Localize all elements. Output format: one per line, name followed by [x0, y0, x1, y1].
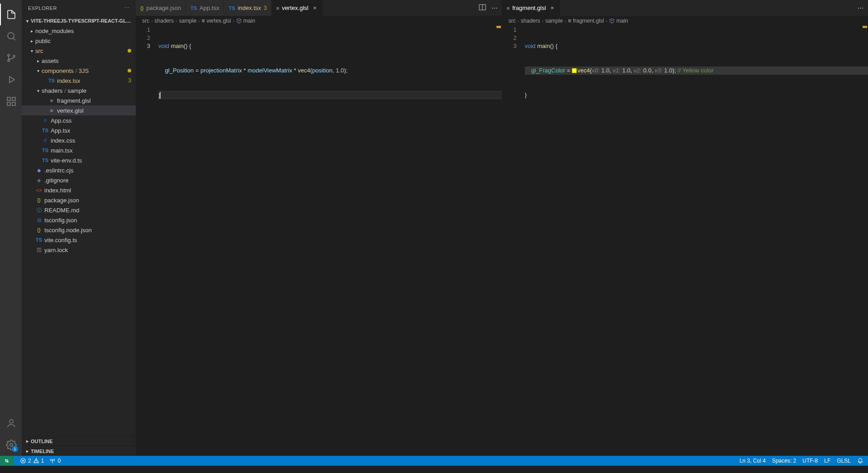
play-bug-icon	[6, 74, 17, 85]
activity-account[interactable]	[0, 412, 22, 434]
activity-search[interactable]	[0, 25, 22, 47]
more-actions-icon[interactable]: ⋯	[858, 5, 863, 11]
chevron-right-icon: ▸	[34, 58, 42, 63]
svg-point-13	[52, 459, 53, 461]
chevron-right-icon: ▸	[24, 449, 31, 454]
error-icon	[20, 458, 26, 464]
tab-index-tsx[interactable]: TSindex.tsx3	[224, 0, 272, 16]
svg-point-8	[10, 420, 13, 423]
svg-rect-7	[12, 102, 15, 105]
json-icon: {}	[35, 197, 43, 203]
status-encoding[interactable]: UTF-8	[802, 458, 818, 464]
split-editor-icon[interactable]	[479, 4, 486, 12]
file-vite-env[interactable]: TSvite-env.d.ts	[22, 155, 136, 165]
tab-package-json[interactable]: {}package.json	[136, 0, 186, 16]
tabs-right: ≡fragment.glsl× ⋯	[502, 0, 868, 16]
overview-ruler[interactable]	[862, 26, 868, 456]
svg-point-9	[10, 444, 13, 446]
file-tree: ▾ VITE-THREEJS-TYPESCRIPT-REACT-GL… ▸nod…	[22, 16, 136, 436]
svg-rect-5	[12, 97, 15, 100]
status-bar: 2 1 0 Ln 3, Col 4 Spaces: 2 UTF-8 LF GLS…	[0, 456, 868, 466]
close-icon[interactable]: ×	[311, 5, 318, 11]
sidebar-title: EXPLORER	[28, 5, 57, 11]
modified-dot-icon	[128, 49, 131, 53]
file-tsconfig-node[interactable]: {}tsconfig.node.json	[22, 225, 136, 235]
file-readme[interactable]: ⓘREADME.md	[22, 205, 136, 215]
branch-icon	[6, 53, 17, 63]
outline-section[interactable]: ▸OUTLINE	[22, 436, 136, 446]
file-index-tsx[interactable]: TSindex.tsx3	[22, 76, 136, 86]
file-vite-config[interactable]: TSvite.config.ts	[22, 235, 136, 245]
status-language[interactable]: GLSL	[837, 458, 851, 464]
ts-icon: TS	[42, 158, 49, 163]
overview-ruler[interactable]	[496, 26, 502, 456]
status-notifications[interactable]	[857, 458, 863, 464]
tab-vertex-glsl[interactable]: ≡vertex.glsl×	[272, 0, 323, 16]
activity-explorer[interactable]	[0, 4, 22, 25]
status-spaces[interactable]: Spaces: 2	[772, 458, 796, 464]
eslint-icon: ◆	[35, 167, 43, 173]
tsconfig-icon: ⊟	[35, 217, 43, 223]
file-fragment-glsl[interactable]: ≡fragment.glsl	[22, 96, 136, 105]
file-package-json[interactable]: {}package.json	[22, 195, 136, 205]
sidebar: EXPLORER ⋯ ▾ VITE-THREEJS-TYPESCRIPT-REA…	[22, 0, 136, 456]
file-tsconfig[interactable]: ⊟tsconfig.json	[22, 215, 136, 225]
css-icon: #	[42, 138, 49, 143]
problem-count: 3	[264, 5, 267, 11]
folder-assets[interactable]: ▸assets	[22, 56, 136, 66]
file-icon: ≡	[201, 18, 205, 24]
file-app-tsx[interactable]: TSApp.tsx	[22, 125, 136, 135]
tab-app-tsx[interactable]: TSApp.tsx	[186, 0, 224, 16]
ts-icon: TS	[191, 5, 197, 11]
symbol-method-icon	[609, 18, 615, 24]
breadcrumb-right[interactable]: src› shaders› sample› ≡fragment.glsl› ma…	[502, 16, 868, 26]
line-gutter: 1 2 3	[502, 26, 525, 456]
file-gitignore[interactable]: ◈.gitignore	[22, 175, 136, 185]
css-icon: #	[42, 118, 49, 123]
more-actions-icon[interactable]: ⋯	[491, 5, 497, 11]
tab-fragment-glsl[interactable]: ≡fragment.glsl×	[502, 0, 561, 16]
file-vertex-glsl[interactable]: ≡vertex.glsl	[22, 105, 136, 115]
folder-src[interactable]: ▾src	[22, 46, 136, 56]
code-editor-left[interactable]: 1 2 3 void main() { gl_Position = projec…	[136, 26, 502, 456]
file-index-css[interactable]: #index.css	[22, 135, 136, 145]
file-eslintrc[interactable]: ◆.eslintrc.cjs	[22, 165, 136, 175]
activity-scm[interactable]	[0, 47, 22, 69]
status-cursor[interactable]: Ln 3, Col 4	[739, 458, 766, 464]
folder-components[interactable]: ▾components / 3JS	[22, 66, 136, 76]
editor-pane-left: {}package.json TSApp.tsx TSindex.tsx3 ≡v…	[136, 0, 502, 456]
folder-node-modules[interactable]: ▸node_modules	[22, 26, 136, 36]
svg-rect-6	[7, 102, 10, 105]
editor-area: {}package.json TSApp.tsx TSindex.tsx3 ≡v…	[136, 0, 868, 456]
breadcrumb-left[interactable]: src› shaders› sample› ≡vertex.glsl› main	[136, 16, 502, 26]
folder-shaders[interactable]: ▾shaders / sample	[22, 86, 136, 96]
close-icon[interactable]: ×	[548, 5, 556, 11]
json-icon: {}	[140, 5, 143, 11]
file-index-html[interactable]: <>index.html	[22, 185, 136, 195]
status-problems[interactable]: 2 1	[20, 458, 44, 464]
info-icon: ⓘ	[35, 207, 43, 214]
json-icon: {}	[35, 227, 43, 233]
code-editor-right[interactable]: 1 2 3 void main() { gl_FragColor = vec4(…	[502, 26, 868, 456]
file-yarn-lock[interactable]: ⚿yarn.lock	[22, 245, 136, 255]
file-icon: ≡	[507, 5, 510, 11]
remote-indicator[interactable]	[0, 456, 14, 466]
file-main-tsx[interactable]: TSmain.tsx	[22, 145, 136, 155]
file-icon: ≡	[276, 5, 279, 11]
status-ports[interactable]: 0	[49, 458, 61, 464]
timeline-section[interactable]: ▸TIMELINE	[22, 446, 136, 456]
file-icon: ≡	[568, 18, 571, 24]
sidebar-more[interactable]: ⋯	[124, 5, 130, 11]
git-icon: ◈	[35, 177, 43, 183]
folder-public[interactable]: ▸public	[22, 36, 136, 46]
chevron-down-icon: ▾	[28, 48, 35, 53]
activity-manage[interactable]: 1	[0, 434, 22, 456]
account-icon	[6, 418, 17, 429]
activity-debug[interactable]	[0, 69, 22, 91]
activity-extensions[interactable]	[0, 91, 22, 112]
file-app-css[interactable]: #App.css	[22, 115, 136, 125]
status-eol[interactable]: LF	[824, 458, 830, 464]
project-root[interactable]: ▾ VITE-THREEJS-TYPESCRIPT-REACT-GL…	[22, 16, 136, 26]
ts-icon: TS	[48, 78, 55, 83]
color-swatch-icon[interactable]	[572, 68, 577, 73]
